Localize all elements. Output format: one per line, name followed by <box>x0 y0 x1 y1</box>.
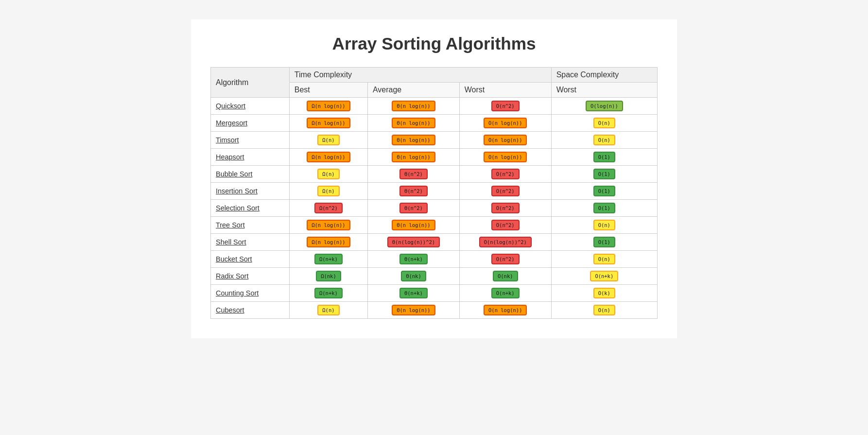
table-row: Bucket SortΩ(n+k)Θ(n+k)O(n^2)O(n) <box>211 251 658 268</box>
algo-average: Θ(n log(n)) <box>368 98 460 115</box>
table-row: TimsortΩ(n)Θ(n log(n))O(n log(n))O(n) <box>211 132 658 149</box>
algo-best: Ω(n log(n)) <box>289 217 367 234</box>
algo-average: Θ(n(log(n))^2) <box>368 234 460 251</box>
badge-average: Θ(n^2) <box>399 203 428 213</box>
table-row: Counting SortΩ(n+k)Θ(n+k)O(n+k)O(k) <box>211 285 658 302</box>
badge-space: O(n) <box>593 135 615 145</box>
algo-worst: O(n(log(n))^2) <box>459 234 551 251</box>
badge-space: O(n) <box>593 118 615 128</box>
badge-best: Ω(n log(n)) <box>307 118 350 128</box>
algo-average: Θ(nk) <box>368 268 460 285</box>
algo-best: Ω(n) <box>289 132 367 149</box>
algo-name[interactable]: Insertion Sort <box>211 183 290 200</box>
badge-worst: O(n^2) <box>491 220 520 230</box>
table-row: Selection SortΩ(n^2)Θ(n^2)O(n^2)O(1) <box>211 200 658 217</box>
badge-best: Ω(n log(n)) <box>307 152 350 162</box>
badge-average: Θ(n+k) <box>399 288 428 298</box>
badge-average: Θ(n^2) <box>399 169 428 179</box>
badge-space: O(n) <box>593 254 615 264</box>
algo-name[interactable]: Heapsort <box>211 149 290 166</box>
algo-average: Θ(n log(n)) <box>368 149 460 166</box>
badge-space: O(1) <box>593 203 615 213</box>
badge-space: O(n) <box>593 305 615 315</box>
algo-space: O(k) <box>551 285 657 302</box>
algo-worst: O(nk) <box>459 268 551 285</box>
header-row-top: Algorithm Time Complexity Space Complexi… <box>211 68 658 83</box>
badge-space: O(1) <box>593 169 615 179</box>
table-row: Bubble SortΩ(n)Θ(n^2)O(n^2)O(1) <box>211 166 658 183</box>
badge-best: Ω(n^2) <box>314 203 343 213</box>
algo-worst: O(n^2) <box>459 251 551 268</box>
algo-average: Θ(n^2) <box>368 183 460 200</box>
badge-average: Θ(n log(n)) <box>392 220 435 230</box>
algo-name[interactable]: Radix Sort <box>211 268 290 285</box>
algo-space: O(1) <box>551 234 657 251</box>
algo-best: Ω(n+k) <box>289 251 367 268</box>
badge-best: Ω(n) <box>317 305 339 315</box>
algo-name[interactable]: Mergesort <box>211 115 290 132</box>
algo-name[interactable]: Bubble Sort <box>211 166 290 183</box>
badge-space: O(k) <box>593 288 615 298</box>
algo-name[interactable]: Tree Sort <box>211 217 290 234</box>
algo-best: Ω(n log(n)) <box>289 234 367 251</box>
badge-worst: O(n^2) <box>491 186 520 196</box>
col-average: Average <box>368 83 460 98</box>
col-best: Best <box>289 83 367 98</box>
col-worst-space: Worst <box>551 83 657 98</box>
badge-worst: O(n log(n)) <box>484 305 527 315</box>
sorting-table: Algorithm Time Complexity Space Complexi… <box>210 67 658 319</box>
algo-average: Θ(n log(n)) <box>368 302 460 319</box>
col-time-complexity: Time Complexity <box>289 68 551 83</box>
algo-best: Ω(n) <box>289 166 367 183</box>
badge-worst: O(n log(n)) <box>484 135 527 145</box>
algo-best: Ω(nk) <box>289 268 367 285</box>
algo-worst: O(n^2) <box>459 166 551 183</box>
badge-worst: O(n^2) <box>491 203 520 213</box>
badge-best: Ω(n) <box>317 135 339 145</box>
algo-worst: O(n^2) <box>459 200 551 217</box>
algo-name[interactable]: Counting Sort <box>211 285 290 302</box>
badge-average: Θ(n log(n)) <box>392 101 435 111</box>
badge-space: O(1) <box>593 237 615 247</box>
algo-best: Ω(n log(n)) <box>289 98 367 115</box>
algo-name[interactable]: Cubesort <box>211 302 290 319</box>
badge-worst: O(n log(n)) <box>484 118 527 128</box>
algo-space: O(n) <box>551 251 657 268</box>
algo-name[interactable]: Selection Sort <box>211 200 290 217</box>
algo-name[interactable]: Shell Sort <box>211 234 290 251</box>
algo-worst: O(n log(n)) <box>459 132 551 149</box>
col-algorithm: Algorithm <box>211 68 290 98</box>
algo-average: Θ(n^2) <box>368 166 460 183</box>
algo-worst: O(n+k) <box>459 285 551 302</box>
badge-average: Θ(n log(n)) <box>392 152 435 162</box>
table-row: Insertion SortΩ(n)Θ(n^2)O(n^2)O(1) <box>211 183 658 200</box>
badge-average: Θ(n+k) <box>399 254 428 264</box>
badge-best: Ω(n+k) <box>314 254 343 264</box>
algo-worst: O(n log(n)) <box>459 115 551 132</box>
algo-worst: O(n^2) <box>459 217 551 234</box>
algo-worst: O(n log(n)) <box>459 149 551 166</box>
badge-best: Ω(nk) <box>316 271 341 281</box>
algo-worst: O(n log(n)) <box>459 302 551 319</box>
algo-name[interactable]: Timsort <box>211 132 290 149</box>
badge-average: Θ(n log(n)) <box>392 305 435 315</box>
algo-best: Ω(n) <box>289 183 367 200</box>
algo-space: O(n) <box>551 302 657 319</box>
algo-space: O(n) <box>551 115 657 132</box>
badge-worst: O(n^2) <box>491 101 520 111</box>
badge-space: O(n+k) <box>590 271 618 281</box>
badge-best: Ω(n) <box>317 186 339 196</box>
algo-name[interactable]: Bucket Sort <box>211 251 290 268</box>
badge-best: Ω(n log(n)) <box>307 237 350 247</box>
badge-average: Θ(nk) <box>401 271 426 281</box>
algo-best: Ω(n) <box>289 302 367 319</box>
algo-space: O(1) <box>551 183 657 200</box>
algo-best: Ω(n log(n)) <box>289 115 367 132</box>
page-container: Array Sorting Algorithms Algorithm Time … <box>191 19 677 338</box>
badge-space: O(n) <box>593 220 615 230</box>
algo-space: O(1) <box>551 166 657 183</box>
algo-name[interactable]: Quicksort <box>211 98 290 115</box>
badge-average: Θ(n log(n)) <box>392 135 435 145</box>
badge-worst: O(n^2) <box>491 254 520 264</box>
badge-space: O(log(n)) <box>586 101 623 111</box>
